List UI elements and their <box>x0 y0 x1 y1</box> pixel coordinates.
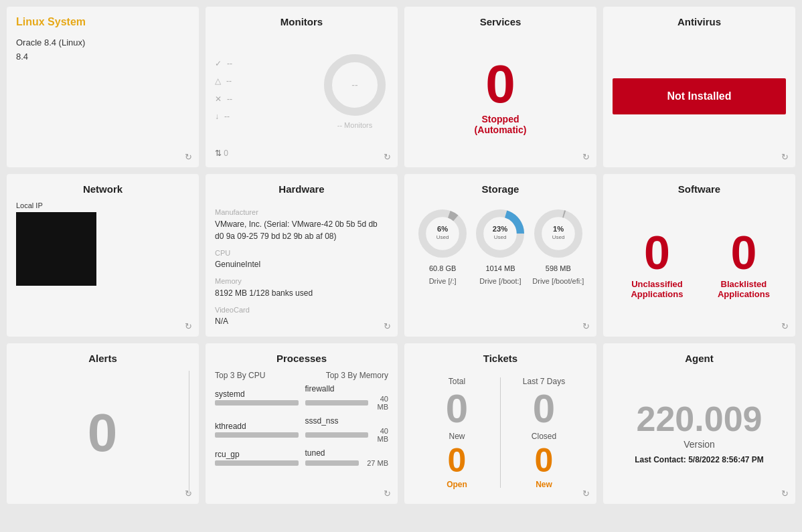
storage-drive-1-label: Drive [/:] <box>429 276 457 286</box>
services-refresh-icon[interactable]: ↻ <box>582 152 590 162</box>
tickets-open-label: Open <box>447 480 467 489</box>
tickets-new7-count: 0 <box>535 444 554 477</box>
tickets-refresh-icon[interactable]: ↻ <box>582 489 590 499</box>
hardware-content: Manufacturer VMware, Inc. (Serial: VMwar… <box>215 201 388 327</box>
monitor-row-3: ✕-- <box>215 90 315 108</box>
svg-text:--: -- <box>351 80 358 90</box>
linux-title: Linux System <box>16 16 189 28</box>
storage-drive-2-size: 1014 MB <box>485 264 515 272</box>
dashboard-grid: Linux System Oracle 8.4 (Linux) 8.4 ↻ Mo… <box>7 7 795 504</box>
hardware-refresh-icon[interactable]: ↻ <box>384 321 391 331</box>
svg-text:Used: Used <box>552 234 564 240</box>
storage-refresh-icon[interactable]: ↻ <box>582 321 590 331</box>
proc-row-1: systemd firewalld 40 MB <box>215 384 388 411</box>
svg-point-10 <box>538 213 578 254</box>
monitor-row-4: ↓-- <box>215 108 315 125</box>
storage-drive-3-label: Drive [/boot/efi:] <box>532 276 584 286</box>
monitors-card: Monitors ✓-- △-- ✕-- ↓-- -- -- Monitors … <box>206 7 398 167</box>
svg-text:Used: Used <box>494 234 507 240</box>
processes-title: Processes <box>215 353 388 364</box>
hardware-title: Hardware <box>215 183 388 195</box>
hw-videocard-value: N/A <box>215 315 388 327</box>
linux-refresh-icon[interactable]: ↻ <box>185 152 192 162</box>
agent-content: 220.009 Version Last Contact: 5/8/2022 8… <box>613 371 786 495</box>
storage-title: Storage <box>414 183 587 195</box>
proc-mem-3: tuned 27 MB <box>299 448 389 467</box>
proc-row-2: kthreadd sssd_nss 40 MB <box>215 416 388 443</box>
tickets-closed-count: 0 <box>533 389 555 429</box>
ip-address-display <box>16 212 96 286</box>
software-title: Software <box>613 183 786 195</box>
software-unclassified: 0 Unclassified Applications <box>613 230 702 299</box>
proc-mem-2: sssd_nss 40 MB <box>299 416 389 443</box>
alerts-title: Alerts <box>16 353 189 364</box>
tickets-card: Tickets Total 0 New 0 Open Last 7 Days 0… <box>404 343 596 504</box>
svg-point-2 <box>422 213 463 254</box>
monitors-refresh-icon[interactable]: ↻ <box>384 152 391 162</box>
proc-cpu-header: Top 3 By CPU <box>215 371 265 380</box>
blacklisted-count: 0 <box>730 230 756 276</box>
tickets-content: Total 0 New 0 Open Last 7 Days 0 Closed … <box>414 371 587 495</box>
monitors-donut-label: -- Monitors <box>337 121 373 129</box>
linux-version: 8.4 <box>16 50 189 64</box>
monitors-count: ⇅ 0 <box>215 149 388 158</box>
blacklisted-label: Blacklisted Applications <box>702 279 786 299</box>
hw-videocard-label: VideoCard <box>215 304 388 316</box>
software-card: Software 0 Unclassified Applications 0 B… <box>603 174 795 337</box>
tickets-new-label: New <box>449 432 465 441</box>
proc-mem-header: Top 3 By Memory <box>326 371 388 380</box>
hw-cpu-label: CPU <box>215 248 388 259</box>
storage-card: Storage 6% Used 60.8 GB Drive [/:] 23% <box>404 174 596 337</box>
software-refresh-icon[interactable]: ↻ <box>781 321 789 331</box>
agent-title: Agent <box>613 353 786 364</box>
monitors-donut-wrap: -- -- Monitors <box>321 52 388 129</box>
services-status: Stopped(Automatic) <box>475 114 527 135</box>
software-blacklisted: 0 Blacklisted Applications <box>702 230 786 299</box>
storage-drive-2: 23% Used 1014 MB Drive [/boot:] <box>473 207 527 286</box>
tickets-title: Tickets <box>414 353 587 364</box>
processes-refresh-icon[interactable]: ↻ <box>384 489 391 499</box>
tickets-total-count: 0 <box>446 389 468 429</box>
proc-bar-1 <box>215 400 299 406</box>
network-card: Network Local IP ↻ <box>7 174 199 337</box>
hardware-card: Hardware Manufacturer VMware, Inc. (Seri… <box>206 174 398 337</box>
hw-memory-label: Memory <box>215 276 388 287</box>
tickets-right-col: Last 7 Days 0 Closed 0 New <box>501 371 587 495</box>
proc-mem-bar-1 <box>305 400 368 406</box>
antivirus-refresh-icon[interactable]: ↻ <box>781 152 789 162</box>
antivirus-card: Antivirus Not Installed ↻ <box>603 7 795 167</box>
tickets-new7-label: New <box>536 480 552 489</box>
proc-row-3: rcu_gp tuned 27 MB <box>215 448 388 467</box>
proc-mem-bar-3 <box>305 460 359 466</box>
storage-drive-3: 1% Used 598 MB Drive [/boot/efi:] <box>532 207 585 286</box>
storage-drive-1-size: 60.8 GB <box>429 264 456 272</box>
proc-bar-2 <box>215 432 299 438</box>
proc-mem-1: firewalld 40 MB <box>299 384 389 411</box>
linux-os: Oracle 8.4 (Linux) <box>16 36 189 50</box>
proc-cpu-3: rcu_gp <box>215 450 299 466</box>
proc-bar-3 <box>215 460 299 466</box>
antivirus-status-badge: Not Installed <box>613 78 786 114</box>
hw-memory-value: 8192 MB 1/128 banks used <box>215 287 388 299</box>
alerts-card: Alerts 0 ↻ <box>7 343 199 504</box>
svg-text:1%: 1% <box>553 225 564 233</box>
alerts-refresh-icon[interactable]: ↻ <box>185 489 192 499</box>
agent-refresh-icon[interactable]: ↻ <box>781 489 789 499</box>
monitor-row-1: ✓-- <box>215 55 315 72</box>
tickets-new-count: 0 <box>448 444 467 477</box>
alerts-divider <box>189 371 189 495</box>
hw-cpu-value: GenuineIntel <box>215 258 388 270</box>
processes-card: Processes Top 3 By CPU Top 3 By Memory s… <box>206 343 398 504</box>
network-refresh-icon[interactable]: ↻ <box>185 321 192 331</box>
antivirus-title: Antivirus <box>613 16 786 27</box>
storage-donut-2: 23% Used <box>473 207 527 260</box>
monitors-donut-svg: -- <box>321 52 388 118</box>
tickets-left-col: Total 0 New 0 Open <box>414 371 500 495</box>
proc-cpu-1: systemd <box>215 389 299 406</box>
svg-text:6%: 6% <box>437 225 448 233</box>
antivirus-content: Not Installed <box>613 34 786 158</box>
proc-mem-bar-2 <box>305 432 368 438</box>
alerts-content: 0 <box>16 371 189 495</box>
agent-version-label: Version <box>684 439 715 450</box>
tickets-total-label: Total <box>449 377 465 386</box>
